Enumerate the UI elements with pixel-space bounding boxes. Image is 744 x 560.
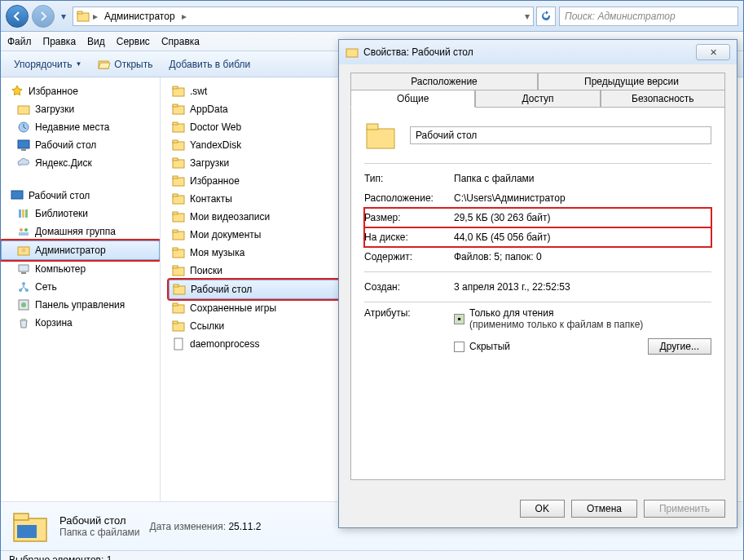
- folder-large-icon: [364, 119, 397, 152]
- folder-icon: [172, 210, 185, 223]
- cloud-icon: [17, 157, 30, 170]
- created-label: Создан:: [364, 281, 454, 293]
- cancel-button[interactable]: Отмена: [571, 500, 637, 518]
- file-label: Мои видеозаписи: [190, 211, 270, 223]
- nav-forward-button[interactable]: [32, 5, 55, 28]
- desktop-icon: [11, 189, 24, 202]
- readonly-checkbox[interactable]: ▪: [454, 314, 464, 324]
- nav-tree: Избранное Загрузки Недавние места Рабочи…: [1, 77, 161, 501]
- ok-button[interactable]: OK: [520, 500, 565, 518]
- svg-rect-16: [19, 265, 29, 271]
- sidebar-item-libraries[interactable]: Библиотеки: [1, 205, 160, 223]
- file-label: Ссылки: [190, 320, 224, 332]
- contains-label: Содержит:: [364, 251, 454, 262]
- type-value: Папка с файлами: [454, 173, 711, 184]
- open-button[interactable]: Открыть: [91, 55, 159, 74]
- organize-button[interactable]: Упорядочить▼: [7, 55, 88, 73]
- address-dropdown[interactable]: ▾: [525, 11, 530, 22]
- svg-rect-58: [367, 124, 378, 130]
- ondisk-label: На диске:: [364, 231, 454, 243]
- sidebar-item-network[interactable]: Сеть: [1, 278, 160, 296]
- favorites-root[interactable]: Избранное: [1, 82, 160, 100]
- menu-view[interactable]: Вид: [87, 36, 105, 47]
- network-icon: [17, 280, 30, 293]
- file-icon: [172, 337, 185, 351]
- breadcrumb-sep: ▸: [93, 11, 98, 22]
- menu-edit[interactable]: Правка: [43, 36, 77, 47]
- sidebar-item-yadisk[interactable]: Яндекс.Диск: [1, 154, 160, 172]
- breadcrumb-item[interactable]: Администратор: [101, 11, 178, 22]
- menu-help[interactable]: Справка: [161, 36, 200, 47]
- favorites-label: Избранное: [29, 86, 78, 97]
- svg-rect-7: [11, 191, 23, 199]
- svg-rect-49: [173, 303, 178, 306]
- other-attributes-button[interactable]: Другие...: [648, 338, 711, 355]
- sidebar-item-homegroup[interactable]: Домашняя группа: [1, 223, 160, 240]
- svg-point-11: [20, 228, 23, 231]
- tab-security[interactable]: Безопасность: [601, 90, 725, 108]
- file-label: Поиски: [190, 265, 222, 276]
- sidebar-item-recent[interactable]: Недавние места: [1, 118, 160, 136]
- sidebar-item-desktop-fav[interactable]: Рабочий стол: [1, 136, 160, 154]
- hidden-checkbox[interactable]: [454, 342, 464, 352]
- file-label: Мои документы: [190, 229, 261, 240]
- folder-icon: [172, 192, 185, 205]
- sidebar-item-controlpanel[interactable]: Панель управления: [1, 296, 160, 314]
- file-label: Рабочий стол: [191, 284, 252, 295]
- svg-rect-56: [346, 49, 358, 57]
- status-text: Выбрано элементов: 1: [9, 554, 112, 561]
- size-label: Размер:: [364, 212, 454, 223]
- apply-button[interactable]: Применить: [644, 500, 725, 518]
- svg-rect-9: [22, 209, 24, 218]
- close-button[interactable]: ✕: [696, 44, 730, 60]
- add-to-library-button[interactable]: Добавить в библи: [162, 55, 257, 73]
- readonly-label: Только для чтения: [469, 307, 553, 319]
- svg-point-22: [21, 302, 26, 307]
- status-bar: Выбрано элементов: 1: [1, 550, 743, 560]
- menu-tools[interactable]: Сервис: [117, 36, 150, 47]
- svg-rect-47: [174, 284, 178, 287]
- folder-icon: [172, 264, 185, 277]
- refresh-button[interactable]: [536, 7, 556, 26]
- folder-icon: [172, 320, 185, 333]
- folder-icon: [172, 157, 185, 170]
- sidebar-item-computer[interactable]: Компьютер: [1, 260, 160, 278]
- nav-history-dropdown[interactable]: ▾: [58, 5, 69, 28]
- nav-back-button[interactable]: [6, 5, 29, 28]
- size-value: 29,5 КБ (30 263 байт): [454, 212, 711, 223]
- svg-rect-52: [174, 338, 183, 350]
- attributes-label: Атрибуты:: [364, 307, 454, 363]
- svg-rect-57: [367, 129, 394, 148]
- file-label: daemonprocess: [190, 338, 259, 350]
- file-label: Doctor Web: [190, 121, 241, 133]
- svg-rect-1: [77, 11, 82, 14]
- address-bar[interactable]: ▸ Администратор ▸ ▾: [73, 7, 534, 26]
- folder-icon: [172, 85, 185, 98]
- svg-rect-13: [19, 232, 29, 236]
- svg-point-15: [22, 249, 26, 253]
- details-name: Рабочий стол: [59, 514, 140, 527]
- folder-icon: [173, 283, 186, 296]
- svg-rect-54: [14, 514, 29, 520]
- folder-icon: [17, 103, 30, 116]
- dialog-titlebar[interactable]: Свойства: Рабочий стол ✕: [339, 40, 737, 64]
- folder-icon: [172, 139, 185, 152]
- sidebar-item-administrator[interactable]: Администратор: [1, 240, 160, 260]
- tab-location[interactable]: Расположение: [350, 73, 538, 90]
- tab-general[interactable]: Общие: [350, 90, 475, 108]
- sidebar-item-downloads[interactable]: Загрузки: [1, 100, 160, 118]
- svg-rect-8: [19, 209, 21, 218]
- svg-rect-3: [18, 106, 29, 114]
- svg-rect-23: [21, 319, 26, 320]
- desktop-root[interactable]: Рабочий стол: [1, 187, 160, 205]
- sidebar-item-recycle[interactable]: Корзина: [1, 314, 160, 332]
- tab-sharing[interactable]: Доступ: [475, 90, 600, 108]
- folder-name-input[interactable]: Рабочий стол: [410, 126, 711, 144]
- menu-file[interactable]: Файл: [7, 36, 32, 47]
- file-label: AppData: [190, 104, 228, 115]
- svg-rect-55: [17, 525, 37, 538]
- folder-icon: [346, 46, 359, 59]
- star-icon: [11, 85, 24, 98]
- tab-previous-versions[interactable]: Предыдущие версии: [538, 73, 725, 90]
- search-input[interactable]: Поиск: Администратор: [559, 7, 738, 26]
